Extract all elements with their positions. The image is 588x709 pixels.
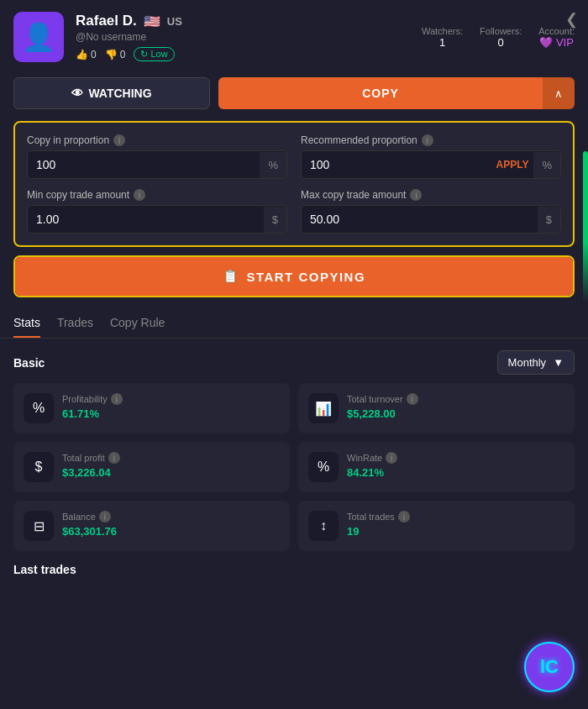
period-label: Monthly [508, 356, 547, 369]
copy-settings-grid: Copy in proportion i % Recommended propo… [27, 134, 561, 234]
max-trade-input-wrapper: $ [301, 205, 561, 234]
min-trade-input-wrapper: $ [27, 205, 287, 234]
max-trade-suffix: $ [538, 207, 560, 233]
thumbs-up-item: 👍 0 [76, 49, 97, 60]
balance-value: $63,301.76 [62, 525, 280, 538]
last-trades-label: Last trades [13, 563, 76, 576]
watchers-label: Watchers: [422, 26, 463, 36]
profit-label: Total profit i [62, 452, 280, 464]
min-trade-suffix: $ [264, 207, 286, 233]
proportion-group: Copy in proportion i % [27, 134, 287, 179]
balance-card: ⊟ Balance i $63,301.76 [13, 501, 290, 551]
watchers-stat: Watchers: 1 [422, 26, 463, 49]
total-trades-icon: ↕ [308, 511, 339, 541]
tab-copy-rule[interactable]: Copy Rule [110, 311, 165, 338]
proportion-input-wrapper: % [27, 150, 287, 179]
thumbs-down-count: 0 [120, 49, 126, 60]
main-panel: ❮ 👤 Rafael D. 🇺🇸 US @No username 👍 0 👎 0 [0, 0, 588, 709]
total-trades-label: Total trades i [347, 511, 564, 523]
user-icon: 👤 [22, 21, 55, 53]
max-trade-info-icon: i [410, 189, 422, 201]
user-name: Rafael D. [76, 13, 137, 29]
max-trade-group: Max copy trade amount i $ [301, 189, 561, 234]
user-name-row: Rafael D. 🇺🇸 US [76, 13, 410, 29]
tabs: Stats Trades Copy Rule [0, 307, 588, 339]
action-buttons: 👁 WATCHING COPY ∧ [0, 71, 588, 116]
header-stats: Watchers: 1 Followers: 0 Account: 💜 VIP [422, 26, 575, 49]
watching-button[interactable]: 👁 WATCHING [13, 77, 210, 109]
thumbs-up-icon: 👍 [76, 49, 88, 60]
max-trade-label: Max copy trade amount i [301, 189, 561, 201]
stats-grid: % Profitability i 61.71% 📊 Total turnove… [0, 383, 588, 551]
turnover-label: Total turnover i [347, 393, 564, 405]
recommended-input[interactable] [302, 151, 491, 178]
tab-trades[interactable]: Trades [57, 311, 93, 338]
heart-icon: 💜 [539, 36, 553, 49]
recommended-info-icon: i [422, 134, 433, 146]
profitability-value: 61.71% [62, 407, 280, 420]
basic-section-title: Basic [13, 356, 45, 370]
profit-value: $3,226.04 [62, 466, 280, 479]
turnover-value: $5,228.00 [347, 407, 564, 420]
recommended-suffix: % [533, 152, 560, 178]
risk-cycle-icon: ↻ [140, 49, 148, 59]
recommended-proportion-group: Recommended proportion i APPLY % [301, 134, 561, 179]
copy-settings-panel: Copy in proportion i % Recommended propo… [13, 121, 575, 247]
followers-label: Followers: [480, 26, 522, 36]
balance-info-icon: i [99, 511, 111, 523]
balance-icon: ⊟ [24, 511, 54, 541]
proportion-input[interactable] [28, 151, 260, 178]
min-trade-label: Min copy trade amount i [27, 189, 287, 201]
thumbs-down-item: 👎 0 [105, 49, 126, 60]
close-button[interactable]: ❮ [565, 10, 578, 29]
tab-stats[interactable]: Stats [13, 311, 40, 338]
turnover-icon: 📊 [308, 393, 339, 423]
copy-chevron-button[interactable]: ∧ [543, 77, 575, 109]
copy-button-wrapper: COPY ∧ [218, 77, 575, 109]
start-copying-button[interactable]: 📋 START COPYING [15, 257, 573, 296]
apply-button[interactable]: APPLY [491, 159, 534, 171]
copy-doc-icon: 📋 [223, 269, 240, 284]
avatar: 👤 [13, 12, 64, 62]
top-bar: 👤 Rafael D. 🇺🇸 US @No username 👍 0 👎 0 [0, 0, 588, 71]
followers-value: 0 [480, 36, 522, 49]
flag-icon: 🇺🇸 [144, 13, 160, 29]
logo-badge: lC [524, 642, 575, 692]
total-trades-value: 19 [347, 525, 564, 538]
total-turnover-card: 📊 Total turnover i $5,228.00 [298, 383, 575, 433]
proportion-label: Copy in proportion i [27, 134, 287, 146]
country-label: US [167, 15, 182, 28]
period-dropdown[interactable]: Monthly ▼ [497, 350, 575, 375]
total-trades-card: ↕ Total trades i 19 [298, 501, 575, 551]
watchers-value: 1 [422, 36, 463, 49]
recommended-label: Recommended proportion i [301, 134, 561, 146]
account-stat: Account: 💜 VIP [538, 26, 575, 49]
winrate-card: % WinRate i 84.21% [298, 442, 575, 492]
thumbs-up-count: 0 [91, 49, 97, 60]
profit-info-icon: i [108, 452, 120, 464]
risk-label: Low [150, 49, 167, 59]
min-trade-input[interactable] [28, 206, 264, 233]
thumbs-down-icon: 👎 [105, 49, 118, 60]
profitability-card: % Profitability i 61.71% [13, 383, 290, 433]
winrate-icon: % [308, 452, 339, 482]
min-trade-info-icon: i [134, 189, 145, 201]
total-profit-card: $ Total profit i $3,226.04 [13, 442, 290, 492]
username: @No username [76, 31, 410, 43]
proportion-suffix: % [260, 152, 286, 178]
profitability-info-icon: i [111, 393, 123, 405]
winrate-value: 84.21% [347, 466, 564, 479]
winrate-info-icon: i [386, 452, 397, 464]
copy-button[interactable]: COPY [218, 77, 543, 109]
profit-icon: $ [24, 452, 54, 482]
ratings-row: 👍 0 👎 0 ↻ Low [76, 47, 410, 61]
logo-text: lC [540, 656, 559, 678]
min-trade-group: Min copy trade amount i $ [27, 189, 287, 234]
winrate-label: WinRate i [347, 452, 564, 464]
recommended-input-wrapper: APPLY % [301, 150, 561, 179]
profitability-label: Profitability i [62, 393, 280, 405]
side-chart-decoration [583, 151, 588, 302]
chevron-down-icon: ▼ [553, 356, 564, 369]
eye-icon: 👁 [71, 87, 83, 100]
max-trade-input[interactable] [302, 206, 538, 233]
